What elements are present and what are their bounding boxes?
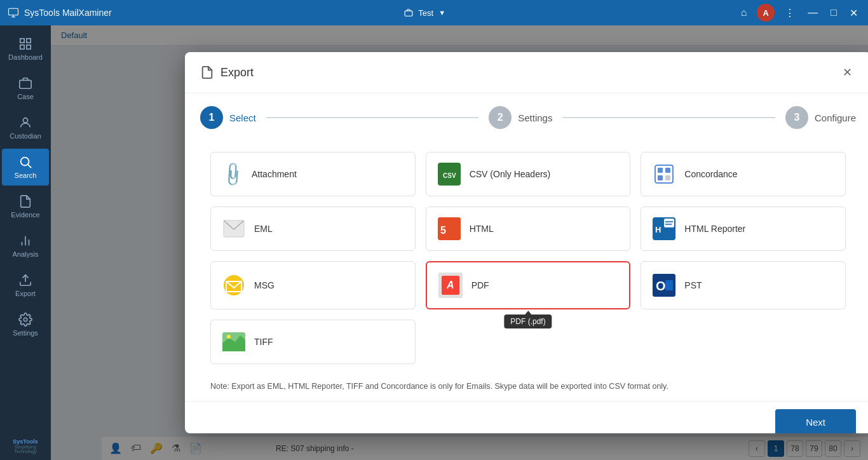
html-reporter-svg: H <box>653 217 675 240</box>
step-1-circle: 1 <box>200 106 223 129</box>
sidebar-label-analysis: Analysis <box>13 250 39 258</box>
modal-footer: Next <box>185 401 868 433</box>
sidebar-label-search: Search <box>15 172 37 179</box>
svg-rect-17 <box>655 165 673 183</box>
step-3: 3 Configure <box>785 106 856 129</box>
export-options-grid: 📎 Attachment CSV CSV (Only Headers) <box>185 142 868 374</box>
evidence-icon <box>18 194 32 208</box>
html-reporter-icon: H <box>653 217 675 240</box>
sidebar-item-case[interactable]: Case <box>2 70 49 107</box>
modal-header-left: Export <box>200 65 254 79</box>
modal-close-button[interactable]: ✕ <box>838 64 856 81</box>
case-nav-icon <box>18 76 32 90</box>
case-name: Test <box>418 8 433 18</box>
export-option-eml[interactable]: EML <box>210 206 416 251</box>
csv-icon: CSV <box>438 163 461 186</box>
step-3-label: Configure <box>815 112 856 123</box>
case-name-area: Test ▼ <box>404 8 445 18</box>
eml-label: EML <box>254 224 273 234</box>
steps-bar: 1 Select 2 Settings 3 Configure <box>185 93 868 142</box>
export-option-tiff[interactable]: TIFF <box>210 320 416 364</box>
case-icon <box>404 8 413 17</box>
export-option-pst[interactable]: O PST <box>641 261 846 309</box>
content-area: Default Export ✕ 1 Select <box>51 25 868 460</box>
next-button[interactable]: Next <box>775 409 856 433</box>
tiff-icon <box>222 330 245 353</box>
tiff-svg <box>222 330 245 353</box>
pst-svg: O <box>653 274 675 297</box>
pdf-tooltip: PDF (.pdf) <box>504 315 552 328</box>
svg-rect-20 <box>658 175 663 180</box>
svg-point-37 <box>227 335 231 339</box>
sidebar-label-case: Case <box>17 93 34 100</box>
export-option-pdf[interactable]: A PDF PDF (.pdf) <box>426 261 631 309</box>
maximize-button[interactable]: □ <box>828 4 839 21</box>
svg-rect-5 <box>27 45 31 49</box>
main-layout: Dashboard Case Custodian Search Evidence <box>0 25 868 460</box>
html-svg: 5 <box>438 217 461 240</box>
export-option-concordance[interactable]: Concordance <box>641 152 846 196</box>
search-icon <box>18 155 32 169</box>
sidebar: Dashboard Case Custodian Search Evidence <box>0 25 51 460</box>
dropdown-icon[interactable]: ▼ <box>438 9 445 17</box>
step-2-circle: 2 <box>489 106 512 129</box>
svg-point-14 <box>24 318 27 321</box>
close-button[interactable]: ✕ <box>847 4 860 22</box>
html-label: HTML <box>470 224 494 234</box>
settings-icon <box>18 313 32 327</box>
svg-line-9 <box>28 165 31 168</box>
step-line-1 <box>266 117 479 118</box>
export-option-msg[interactable]: MSG <box>210 261 416 309</box>
html-icon: 5 <box>438 217 461 240</box>
export-option-attachment[interactable]: 📎 Attachment <box>210 152 416 196</box>
export-option-html[interactable]: 5 HTML <box>426 206 631 251</box>
export-option-csv[interactable]: CSV CSV (Only Headers) <box>426 152 631 196</box>
html-reporter-label: HTML Reporter <box>684 224 745 234</box>
export-icon <box>18 273 32 287</box>
sidebar-item-export[interactable]: Export <box>2 267 49 304</box>
minimize-button[interactable]: — <box>805 4 820 21</box>
analysis-icon <box>18 234 32 248</box>
custodian-icon <box>18 116 32 130</box>
svg-rect-3 <box>27 39 31 43</box>
svg-rect-18 <box>658 168 663 173</box>
concordance-icon <box>653 163 675 186</box>
sidebar-label-dashboard: Dashboard <box>8 53 43 61</box>
svg-rect-21 <box>665 175 670 180</box>
pdf-icon: A <box>438 273 463 298</box>
svg-rect-34 <box>665 280 673 290</box>
systools-logo: SysTools Simplifying Technology <box>0 432 51 460</box>
sidebar-item-search[interactable]: Search <box>2 149 49 186</box>
attachment-icon: 📎 <box>219 160 247 189</box>
home-button[interactable]: ⌂ <box>738 4 750 21</box>
step-line-2 <box>562 117 775 118</box>
step-1: 1 Select <box>200 106 256 129</box>
window-controls: ⌂ A ⋮ — □ ✕ <box>738 4 860 22</box>
sidebar-item-evidence[interactable]: Evidence <box>2 188 49 225</box>
csv-svg: CSV <box>440 165 458 183</box>
sidebar-item-custodian[interactable]: Custodian <box>2 109 49 146</box>
sidebar-item-settings[interactable]: Settings <box>2 306 49 343</box>
svg-rect-27 <box>664 219 674 227</box>
menu-button[interactable]: ⋮ <box>782 4 797 22</box>
step-1-label: Select <box>229 112 256 123</box>
svg-rect-19 <box>665 168 670 173</box>
svg-rect-0 <box>9 8 18 15</box>
pdf-adobe-inner: A <box>442 276 459 295</box>
pst-icon: O <box>653 274 675 297</box>
step-2: 2 Settings <box>489 106 552 129</box>
tiff-label: TIFF <box>254 337 273 347</box>
app-name: SysTools MailXaminer <box>24 8 112 18</box>
systools-sub: Simplifying Technology <box>6 445 44 454</box>
sidebar-item-analysis[interactable]: Analysis <box>2 227 49 264</box>
export-option-html-reporter[interactable]: H HTML Reporter <box>641 206 846 251</box>
sidebar-label-custodian: Custodian <box>10 132 41 140</box>
user-avatar[interactable]: A <box>757 4 775 22</box>
svg-rect-1 <box>405 11 412 16</box>
sidebar-item-dashboard[interactable]: Dashboard <box>2 30 49 67</box>
titlebar: SysTools MailXaminer Test ▼ ⌂ A ⋮ — □ ✕ <box>0 0 868 25</box>
app-title-area: SysTools MailXaminer <box>8 7 112 18</box>
concordance-label: Concordance <box>684 169 737 179</box>
sidebar-bottom: SysTools Simplifying Technology <box>0 432 51 460</box>
step-3-circle: 3 <box>785 106 808 129</box>
